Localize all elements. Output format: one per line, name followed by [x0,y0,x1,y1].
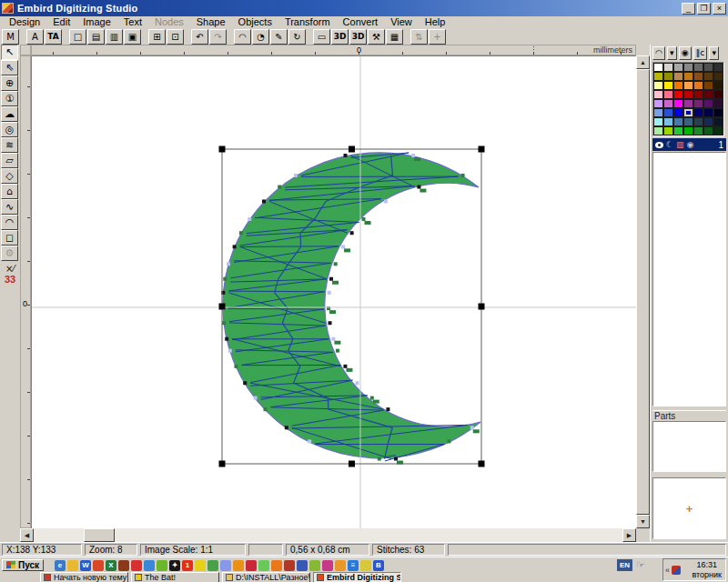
view-3d-stitches-button[interactable]: 3D [349,29,367,45]
menu-text[interactable]: Text [118,16,147,27]
color-swatch[interactable] [663,126,673,135]
view-3d-button[interactable]: 3D [331,29,349,45]
color-swatch[interactable] [703,126,713,135]
fill-type-button-dropdown[interactable]: ▾ [667,46,677,60]
menu-design[interactable]: Design [4,16,46,27]
color-swatch[interactable] [713,126,723,135]
task-window-button[interactable]: Начать новую тему :: B... [40,572,128,582]
zigzag-tool[interactable]: ∿ [1,199,18,215]
color-swatch[interactable] [653,72,663,81]
task-window-button[interactable]: Embird Digitizing Stud... [313,572,401,582]
color-swatch[interactable] [693,72,703,81]
color-swatch[interactable] [693,108,703,117]
color-swatch[interactable] [703,99,713,108]
color-swatch[interactable] [653,108,663,117]
visibility-eye-icon[interactable] [655,142,663,148]
color-swatch[interactable] [703,63,713,72]
tray-collapse-chevron[interactable]: « [665,566,670,575]
color-swatch[interactable] [713,90,723,99]
vertical-scroll-thumb[interactable] [636,69,650,515]
quick-launch-icon-12[interactable] [195,560,206,571]
quick-launch-icon-8[interactable] [144,560,155,571]
quick-launch-icon-26[interactable]: B [373,560,384,571]
selection-handle[interactable] [349,461,355,467]
export-image-button[interactable]: ⊡ [167,29,184,45]
quick-launch-icon-14[interactable] [220,560,231,571]
selection-handle[interactable] [479,461,485,467]
color-swatch[interactable] [683,63,693,72]
selection-handle[interactable] [479,146,485,153]
copy-button[interactable]: ⊞ [148,29,166,45]
horizontal-scrollbar[interactable]: ◀ ▶ [20,528,636,542]
menu-image[interactable]: Image [77,16,116,27]
quick-launch-icon-23[interactable] [335,560,346,571]
minimize-button[interactable]: _ [682,3,695,15]
color-swatch[interactable] [693,99,703,108]
menu-objects[interactable]: Objects [233,16,278,27]
rotate-button[interactable]: ↻ [288,29,306,45]
quick-launch-icon-11[interactable]: 1 [182,560,193,571]
new-design-button[interactable]: □ [69,29,86,45]
color-swatch[interactable] [713,81,723,90]
color-swatch[interactable] [703,81,713,90]
color-swatch[interactable] [713,63,723,72]
quick-launch-icon-3[interactable]: W [80,560,91,571]
color-swatch[interactable] [663,81,673,90]
quick-launch-icon-4[interactable] [93,560,104,571]
quick-launch-icon-17[interactable] [258,560,269,571]
parts-list[interactable] [652,421,726,472]
color-swatch[interactable] [663,108,673,117]
digitize-button[interactable]: ✎ [270,29,288,45]
color-swatch[interactable] [663,63,673,72]
color-swatch[interactable] [663,117,673,126]
color-swatch[interactable] [663,90,673,99]
quick-launch-icon-5[interactable]: X [106,560,116,571]
thread-chart-button-dropdown[interactable]: ▾ [709,46,719,60]
quick-launch-icon-13[interactable] [207,560,218,571]
selection-handle[interactable] [349,146,355,153]
fill-stitch-tool[interactable]: ≋ [1,137,18,153]
quick-launch-icon-15[interactable] [233,560,244,571]
edit-nodes-tool[interactable]: ⇖ [1,60,18,75]
text-tool-button[interactable]: A [26,29,44,45]
save-design-button[interactable]: ▣ [124,29,141,45]
start-button[interactable]: Пуск [2,559,44,571]
freehand-shape-tool[interactable]: ⌂ [1,184,18,199]
color-swatch[interactable] [703,72,713,81]
color-swatch[interactable] [713,99,723,108]
color-swatch[interactable] [663,99,673,108]
color-swatch[interactable] [683,81,693,90]
menu-convert[interactable]: Convert [338,16,384,27]
stitch-generator-button[interactable]: ⚒ [368,29,385,45]
tray-app-icon[interactable] [672,566,681,575]
color-swatch[interactable] [673,81,683,90]
menu-view[interactable]: View [385,16,418,27]
color-swatch[interactable] [653,90,663,99]
color-swatch[interactable] [683,117,693,126]
zoom-tool[interactable]: ⊕ [1,75,18,91]
scroll-left-button[interactable]: ◀ [20,528,34,542]
thread-spool-button[interactable]: ◉ [679,46,692,60]
scroll-up-button[interactable]: ▲ [636,55,650,69]
hoop-frame-button[interactable]: ▭ [313,29,330,45]
color-swatch[interactable] [673,117,683,126]
object-list[interactable] [652,152,726,406]
selection-handle[interactable] [479,304,485,310]
language-indicator[interactable]: EN [617,559,632,571]
quick-launch-icon-2[interactable] [67,560,78,571]
menu-transform[interactable]: Transform [279,16,336,27]
color-swatch[interactable] [673,90,683,99]
color-swatch[interactable] [683,108,693,117]
quick-launch-icon-21[interactable] [309,560,320,571]
color-swatch[interactable] [693,117,703,126]
selection-handle[interactable] [219,304,226,310]
color-swatch[interactable] [713,108,723,117]
color-swatch[interactable] [683,126,693,135]
open-design-button[interactable]: ▤ [87,29,105,45]
color-swatch[interactable] [673,72,683,81]
task-window-button[interactable]: D:\INSTALL\Разное\Embird [222,572,310,582]
color-swatch[interactable] [653,117,663,126]
selection-handle[interactable] [219,461,226,467]
color-swatch[interactable] [683,90,693,99]
color-swatch[interactable] [653,81,663,90]
